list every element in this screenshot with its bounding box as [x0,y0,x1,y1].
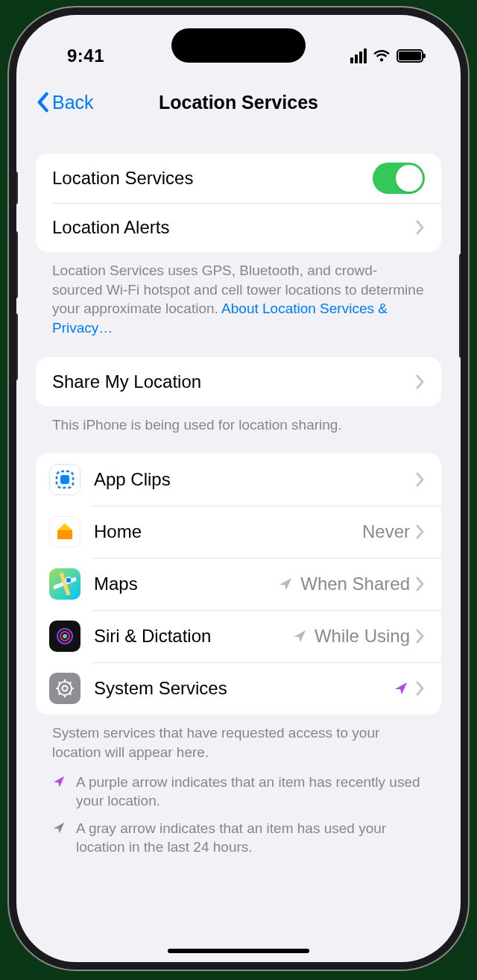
app-value: Never [362,521,410,542]
row-share-my-location[interactable]: Share My Location [36,357,441,406]
legend-purple: A purple arrow indicates that an item ha… [36,769,441,814]
legend-gray: A gray arrow indicates that an item has … [36,815,441,861]
row-location-services[interactable]: Location Services [36,154,441,203]
location-services-description: Location Services uses GPS, Bluetooth, a… [36,252,441,338]
chevron-right-icon [416,524,425,539]
maps-icon [49,568,80,600]
legend-text: A purple arrow indicates that an item ha… [76,773,425,810]
legend-text: A gray arrow indicates that an item has … [76,820,425,856]
location-arrow-purple-icon [394,681,408,696]
app-name: App Clips [94,469,416,490]
chevron-right-icon [416,374,425,389]
page-title: Location Services [36,92,441,113]
svg-point-2 [66,577,72,583]
chevron-right-icon [416,472,425,487]
row-app-clips[interactable]: App Clips [36,453,441,506]
row-label: Location Services [52,168,373,189]
app-name: Home [94,521,362,542]
app-name: System Services [94,678,394,699]
home-indicator[interactable] [168,949,309,953]
row-system-services[interactable]: System Services [36,662,441,714]
svg-line-14 [69,682,72,685]
location-arrow-purple-icon [52,773,66,810]
row-siri[interactable]: Siri & Dictation While Using [36,610,441,662]
svg-point-5 [63,634,67,638]
gear-icon [49,673,80,704]
location-arrow-gray-icon [52,820,66,856]
svg-point-7 [63,686,68,691]
location-arrow-gray-icon [292,629,307,644]
row-maps[interactable]: Maps When Shared [36,558,441,610]
location-arrow-gray-icon [278,577,293,591]
status-time: 9:41 [67,45,104,66]
chevron-right-icon [416,681,425,696]
home-icon [49,516,80,547]
app-name: Siri & Dictation [94,626,292,647]
chevron-right-icon [416,629,425,644]
row-location-alerts[interactable]: Location Alerts [36,203,441,252]
app-clips-icon [49,464,80,495]
svg-line-12 [59,682,61,685]
battery-icon [397,49,423,63]
wifi-icon [373,48,391,63]
row-label: Share My Location [52,371,416,392]
app-value: When Shared [300,574,410,594]
app-value: While Using [315,626,410,647]
siri-icon [49,621,80,652]
group-apps: App Clips Home Never Maps When Shared [36,453,441,714]
location-services-toggle[interactable] [373,163,425,194]
chevron-right-icon [416,577,425,591]
app-name: Maps [94,574,278,594]
svg-line-13 [69,693,72,695]
svg-line-15 [59,693,61,695]
group-share-location: Share My Location [36,357,441,406]
apps-footer: System services that have requested acce… [36,714,441,761]
row-home[interactable]: Home Never [36,506,441,558]
chevron-right-icon [416,220,425,235]
iphone-frame: 9:41 Back Location Services Location Ser… [9,7,468,970]
share-location-footer: This iPhone is being used for location s… [36,406,441,435]
nav-bar: Back Location Services [36,76,441,128]
row-label: Location Alerts [52,217,416,238]
group-location-services: Location Services Location Alerts [36,154,441,252]
dynamic-island [171,28,306,63]
status-indicators [350,48,423,63]
svg-rect-1 [60,475,69,484]
cellular-icon [350,48,367,63]
